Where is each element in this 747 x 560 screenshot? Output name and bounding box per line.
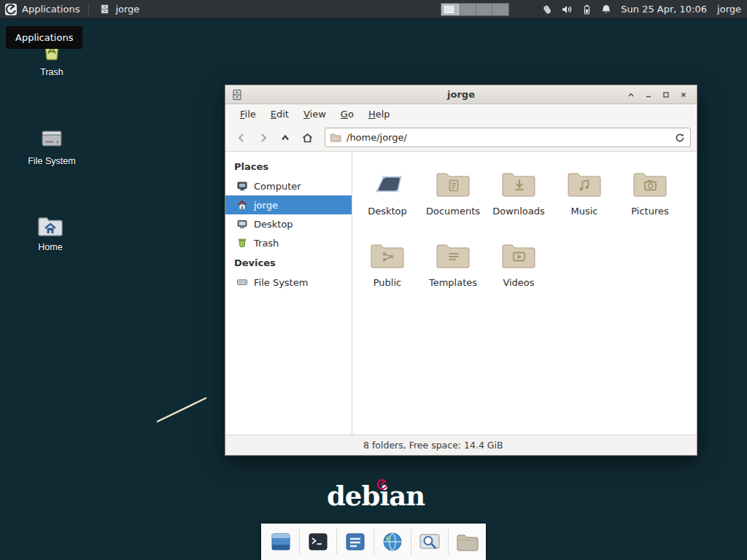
magnifier-icon (418, 530, 441, 553)
notifications-tray-icon[interactable] (600, 4, 612, 15)
battery-tray-icon[interactable] (581, 4, 592, 15)
drive-icon (39, 125, 65, 152)
mouse-tray-icon[interactable] (541, 4, 553, 15)
dock-separator (448, 529, 449, 554)
dock-separator (411, 529, 411, 554)
desktop-icon (236, 218, 248, 230)
file-label: Downloads (492, 206, 544, 217)
file-documents[interactable]: Documents (420, 162, 486, 233)
file-label: Documents (426, 206, 480, 217)
file-cabinet-icon (99, 4, 110, 15)
menu-help[interactable]: Help (361, 106, 398, 122)
back-button[interactable] (231, 128, 252, 148)
battery-icon (581, 4, 592, 15)
wallpaper-line (155, 394, 213, 426)
forward-button[interactable] (253, 128, 274, 148)
mouse-icon (541, 4, 553, 15)
volume-tray-icon[interactable] (561, 4, 573, 15)
menubar: File Edit View Go Help (225, 104, 697, 124)
file-downloads[interactable]: Downloads (486, 162, 551, 233)
applications-menu-icon (4, 3, 18, 16)
file-music[interactable]: Music (551, 162, 617, 233)
files-view: Desktop Documents Do (352, 152, 697, 435)
reload-button[interactable] (674, 132, 686, 144)
toolbar: /home/jorge/ (225, 124, 697, 152)
dock (261, 524, 486, 560)
menu-view[interactable]: View (296, 106, 333, 122)
close-icon (680, 91, 687, 98)
workspace-2[interactable] (460, 4, 476, 15)
minimize-button[interactable] (641, 88, 656, 102)
trash-icon (236, 237, 248, 249)
sidebar-item-label: File System (254, 277, 308, 288)
workspace-1[interactable] (441, 4, 460, 15)
desktop-icon-label: Home (38, 242, 62, 252)
sidebar-item-jorge[interactable]: jorge (225, 195, 352, 214)
sidebar-item-label: jorge (254, 200, 278, 211)
taskbar-button-jorge[interactable]: jorge (93, 1, 242, 18)
desktop-icon-home[interactable]: Home (17, 213, 84, 252)
file-label: Music (571, 206, 598, 217)
speaker-icon (561, 4, 573, 15)
folder-pictures-icon (632, 168, 667, 198)
system-tray (541, 4, 612, 15)
folder-icon (330, 132, 341, 143)
chevron-left-icon (236, 132, 247, 144)
folder-icon (455, 530, 479, 553)
menu-go[interactable]: Go (333, 106, 361, 122)
file-label: Pictures (631, 206, 668, 217)
up-button[interactable] (275, 128, 295, 148)
folder-downloads-icon (501, 168, 536, 198)
window-miniature (444, 6, 454, 13)
home-button[interactable] (297, 128, 317, 148)
lines-icon (344, 530, 367, 553)
file-templates[interactable]: Templates (420, 233, 486, 305)
close-button[interactable] (676, 88, 691, 102)
file-manager-window: jorge File Edit View Go Help (225, 85, 697, 456)
dock-separator (374, 529, 374, 554)
applications-menu-button[interactable]: Applications (0, 0, 87, 18)
applications-label: Applications (22, 4, 80, 15)
statusbar: 8 folders, Free space: 14.4 GiB (225, 435, 697, 455)
show-desktop-icon[interactable] (268, 529, 294, 555)
sidebar-item-computer[interactable]: Computer (225, 176, 352, 195)
menu-edit[interactable]: Edit (263, 106, 296, 122)
sidebar-item-file-system[interactable]: File System (225, 273, 352, 292)
file-public[interactable]: Public (355, 233, 420, 305)
debian-swirl-icon (376, 479, 387, 491)
application-finder-icon[interactable] (417, 529, 443, 555)
file-videos[interactable]: Videos (486, 233, 551, 305)
taskbar-label: jorge (115, 4, 236, 15)
terminal-icon[interactable] (305, 529, 331, 555)
folder-documents-icon (436, 168, 471, 198)
file-label: Public (374, 277, 401, 288)
globe-icon (381, 530, 404, 553)
workspace-3[interactable] (476, 4, 492, 15)
minimize-icon (645, 91, 652, 98)
shade-button[interactable] (624, 88, 638, 102)
window-icon (269, 530, 293, 553)
folder-public-icon (370, 240, 405, 269)
file-pictures[interactable]: Pictures (617, 162, 683, 233)
workspace-4[interactable] (492, 4, 508, 15)
file-manager-icon[interactable] (454, 529, 480, 555)
sidebar-item-desktop[interactable]: Desktop (225, 214, 352, 233)
panel-separator (88, 3, 89, 16)
desktop-icon-file-system[interactable]: File System (18, 125, 85, 166)
panel-user-label: jorge (717, 4, 741, 15)
bell-icon (600, 4, 612, 15)
maximize-button[interactable] (659, 88, 673, 102)
path-entry[interactable]: /home/jorge/ (325, 128, 691, 147)
titlebar[interactable]: jorge (225, 85, 697, 104)
menu-file[interactable]: File (233, 106, 263, 122)
sidebar-item-label: Trash (254, 238, 279, 249)
devices-header: Devices (225, 254, 352, 273)
clock[interactable]: Sun 25 Apr, 10:06 (621, 4, 707, 15)
desktop: debian Trash File System H (0, 0, 747, 560)
mail-reader-icon[interactable] (342, 529, 368, 555)
computer-icon (236, 180, 248, 192)
workspace-switcher[interactable] (441, 3, 509, 16)
sidebar-item-trash[interactable]: Trash (225, 233, 352, 252)
file-desktop[interactable]: Desktop (355, 162, 420, 233)
web-browser-icon[interactable] (379, 529, 406, 555)
